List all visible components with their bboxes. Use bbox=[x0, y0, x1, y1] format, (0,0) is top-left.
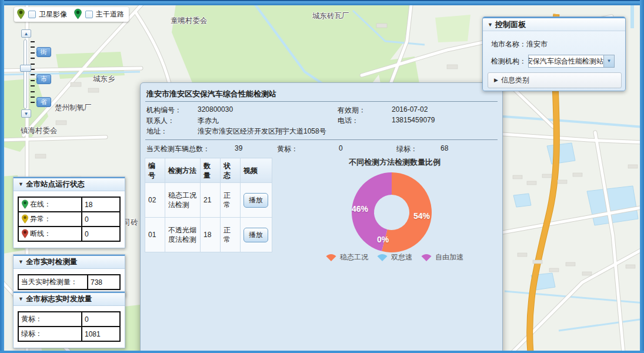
row-count: 21 bbox=[201, 183, 221, 218]
total-vehicles-value: 39 bbox=[235, 144, 242, 152]
window-frame-left bbox=[0, 0, 4, 353]
control-panel-header[interactable]: ▼控制面板 bbox=[483, 17, 625, 31]
zoom-out-button[interactable]: ▼ bbox=[21, 109, 31, 118]
zoom-slider-handle[interactable] bbox=[20, 65, 31, 72]
chart-title: 不同检测方法检测数量比例 bbox=[333, 157, 456, 168]
popup-title: 淮安市淮安区安保汽车综合性能检测站 bbox=[146, 89, 276, 99]
table-header-row: 编号 检测方法 数量 状态 视频 bbox=[145, 158, 272, 183]
collapse-caret-icon: ▼ bbox=[18, 178, 24, 191]
window-frame-bottom bbox=[0, 351, 644, 353]
satellite-toggle-label[interactable]: 卫星影像 bbox=[39, 9, 67, 19]
roads-pin-icon bbox=[74, 8, 82, 20]
fan-icon-free bbox=[420, 253, 433, 262]
table-row: 断线： 0 bbox=[18, 227, 120, 241]
control-panel: ▼控制面板 地市名称： 淮安市 检测机构： 安保汽车综合性能检测站 ▼ ▶信息类… bbox=[482, 16, 626, 91]
phone-label: 电话： bbox=[338, 116, 359, 126]
realtime-detection-panel: ▼全市实时检测量 当天实时检测量： 738 bbox=[13, 254, 125, 297]
table-row: 绿标： 1081 bbox=[18, 327, 120, 341]
yellow-badge-stat-label: 黄标： bbox=[277, 144, 298, 154]
chart-legend: 稳态工况 双怠速 自由加速 bbox=[325, 252, 472, 262]
map-label-village-2: 镇海村委会 bbox=[21, 126, 58, 136]
col-header-video: 视频 bbox=[241, 158, 272, 183]
main-roads-checkbox[interactable] bbox=[85, 11, 93, 18]
address-value: 淮安市淮安区经济开发区翔宇大道1058号 bbox=[198, 126, 326, 136]
green-badge-stat-label: 绿标： bbox=[396, 144, 418, 154]
city-name-value: 淮安市 bbox=[526, 39, 548, 49]
station-status-header[interactable]: ▼全市站点运行状态 bbox=[14, 177, 125, 191]
table-row: 在线： 18 bbox=[18, 197, 120, 212]
yellow-badge-count: 0 bbox=[82, 312, 120, 327]
play-video-button[interactable]: 播放 bbox=[243, 228, 268, 242]
zoom-in-button[interactable]: ▲ bbox=[21, 29, 31, 38]
online-count: 18 bbox=[82, 197, 120, 212]
col-header-no: 编号 bbox=[145, 158, 165, 183]
green-badge-stat-value: 68 bbox=[441, 144, 448, 152]
offline-label: 断线： bbox=[30, 229, 51, 239]
today-realtime-label: 当天实时检测量： bbox=[18, 275, 88, 289]
row-method: 稳态工况法检测 bbox=[165, 183, 201, 218]
table-row: 异常： 0 bbox=[18, 212, 120, 227]
badge-issuance-header[interactable]: ▼全市标志实时发放量 bbox=[14, 292, 125, 306]
map-layer-toggles: 卫星影像 主干道路 bbox=[14, 7, 129, 22]
city-name-label: 地市名称： bbox=[491, 39, 526, 49]
legend-item-steady[interactable]: 稳态工况 bbox=[325, 252, 368, 262]
today-realtime-count: 738 bbox=[88, 275, 120, 289]
detection-method-table: 编号 检测方法 数量 状态 视频 02 稳态工况法检测 21 正常 播放 01 … bbox=[145, 158, 272, 252]
map-label-village-1: 童嘴村委会 bbox=[171, 16, 208, 26]
contact-label: 联系人： bbox=[146, 116, 175, 126]
info-category-button[interactable]: ▶信息类别 bbox=[488, 72, 622, 88]
station-detail-popup: 淮安市淮安区安保汽车综合性能检测站 机构编号： 320800030 有效期： 2… bbox=[140, 82, 503, 353]
abnormal-count: 0 bbox=[82, 212, 120, 227]
divider bbox=[145, 139, 498, 140]
valid-date-value: 2016-07-02 bbox=[392, 105, 428, 114]
collapse-caret-icon: ▼ bbox=[18, 256, 24, 268]
table-row: 当天实时检测量： 738 bbox=[18, 275, 120, 289]
zoom-level-province[interactable]: 省 bbox=[36, 97, 51, 107]
realtime-detection-header[interactable]: ▼全市实时检测量 bbox=[14, 255, 125, 269]
app-window: 童嘴村委会 城东砖瓦厂 城东乡 楚州制氧厂 镇海村委会 公司砖 卫星影像 主干道… bbox=[0, 0, 644, 353]
abnormal-pin-icon bbox=[21, 214, 29, 224]
window-frame-right bbox=[640, 0, 644, 353]
legend-item-free[interactable]: 自由加速 bbox=[420, 252, 463, 262]
main-roads-toggle-label[interactable]: 主干道路 bbox=[96, 9, 124, 19]
table-row: 黄标： 0 bbox=[18, 312, 120, 327]
green-badge-label: 绿标： bbox=[18, 327, 82, 341]
window-frame-top bbox=[0, 0, 644, 5]
pct-label-idle: 0% bbox=[377, 235, 389, 244]
zoom-level-street[interactable]: 街 bbox=[36, 47, 51, 57]
abnormal-label: 异常： bbox=[30, 214, 51, 224]
online-label: 在线： bbox=[30, 199, 51, 209]
legend-item-idle[interactable]: 双怠速 bbox=[376, 252, 412, 262]
zoom-slider-track[interactable] bbox=[24, 39, 27, 109]
fan-icon-steady bbox=[325, 253, 338, 262]
org-select-label: 检测机构： bbox=[491, 56, 526, 66]
badge-issuance-panel: ▼全市标志实时发放量 黄标： 0 绿标： 1081 bbox=[13, 291, 125, 348]
divider bbox=[145, 101, 498, 102]
yellow-badge-stat-value: 0 bbox=[339, 144, 343, 152]
zoom-level-city[interactable]: 市 bbox=[36, 74, 51, 84]
play-video-button[interactable]: 播放 bbox=[243, 193, 268, 208]
col-header-status: 状态 bbox=[221, 158, 241, 183]
pct-label-steady: 54% bbox=[413, 211, 430, 221]
row-count: 18 bbox=[201, 218, 221, 252]
org-no-label: 机构编号： bbox=[146, 105, 182, 115]
row-no: 01 bbox=[145, 218, 165, 252]
row-status: 正常 bbox=[221, 218, 241, 252]
table-row: 01 不透光烟度法检测 18 正常 播放 bbox=[145, 218, 272, 252]
satellite-pin-icon bbox=[16, 8, 25, 20]
contact-value: 李赤九 bbox=[198, 116, 219, 126]
offline-pin-icon bbox=[21, 229, 29, 239]
total-vehicles-label: 当天检测车辆总数： bbox=[146, 144, 210, 154]
map-label-brickyard: 城东砖瓦厂 bbox=[312, 11, 349, 21]
org-select-dropdown[interactable]: 安保汽车综合性能检测站 ▼ bbox=[528, 55, 615, 68]
map-zoom-control: ▲ 街 市 省 ▼ bbox=[18, 29, 82, 118]
yellow-badge-label: 黄标： bbox=[18, 312, 82, 327]
station-status-panel: ▼全市站点运行状态 在线： 18 异常： 0 bbox=[13, 176, 125, 248]
triangle-right-icon: ▶ bbox=[494, 77, 498, 83]
row-status: 正常 bbox=[221, 183, 241, 218]
org-no-value: 320800030 bbox=[198, 105, 233, 114]
address-label: 地址： bbox=[146, 126, 168, 136]
row-method: 不透光烟度法检测 bbox=[165, 218, 201, 252]
chevron-down-icon[interactable]: ▼ bbox=[603, 55, 614, 67]
satellite-checkbox[interactable] bbox=[28, 11, 36, 18]
